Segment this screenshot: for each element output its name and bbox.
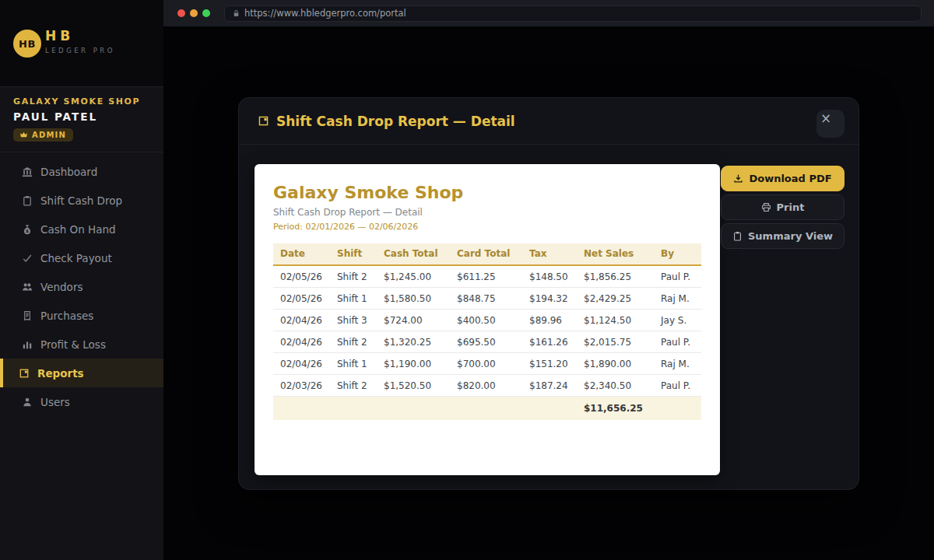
column-header: Net Sales: [577, 243, 654, 265]
cell-tax: $89.96: [522, 310, 577, 331]
printer-icon: [761, 202, 771, 212]
report-detail-modal: Shift Cash Drop Report — Detail × Galaxy…: [238, 97, 859, 490]
cell-net-sales: $1,124.50: [577, 310, 654, 331]
window-controls: [177, 9, 210, 17]
cell-tax: $194.32: [522, 288, 577, 310]
download-icon: [733, 173, 743, 184]
window-close-button[interactable]: [177, 9, 185, 17]
close-icon: ×: [820, 110, 831, 126]
summary-view-label: Summary View: [748, 230, 833, 242]
report-table: Date Shift Cash Total Card Total Tax Net…: [273, 243, 701, 420]
cell-card-total: $695.50: [450, 331, 522, 353]
cell-date: 02/05/26: [273, 265, 330, 288]
brand-name: HB: [45, 28, 115, 44]
download-pdf-label: Download PDF: [749, 173, 831, 184]
cell-by: Paul P.: [654, 331, 701, 353]
cell-shift: Shift 2: [330, 331, 377, 353]
table-row: 02/04/26 Shift 3 $724.00 $400.50 $89.96 …: [273, 310, 701, 331]
cell-net-sales: $2,429.25: [577, 288, 654, 310]
check-icon: [22, 253, 33, 264]
window-minimize-button[interactable]: [190, 9, 198, 17]
receipt-icon: [22, 310, 33, 321]
report-actions: Download PDF Print Summary View: [721, 166, 844, 249]
total-row: $11,656.25: [273, 397, 701, 421]
modal-header: Shift Cash Drop Report — Detail ×: [239, 98, 859, 145]
modal-title: Shift Cash Drop Report — Detail: [276, 114, 515, 129]
print-label: Print: [777, 201, 805, 213]
cell-net-sales: $2,340.50: [577, 375, 654, 397]
sidebar-item-label: Profit & Loss: [40, 338, 106, 351]
cell-date: 02/04/26: [273, 353, 330, 375]
column-header: Cash Total: [377, 243, 450, 265]
sidebar-item-check-payout[interactable]: Check Payout: [0, 243, 163, 272]
cell-by: Raj M.: [654, 353, 701, 375]
cell-card-total: $848.75: [450, 288, 522, 310]
address-bar[interactable]: https://www.hbledgerpro.com/portal: [224, 5, 922, 22]
cell-card-total: $700.00: [450, 353, 522, 375]
sidebar-item-label: Vendors: [40, 281, 83, 293]
cell-tax: $151.20: [522, 353, 577, 375]
sidebar-item-label: Shift Cash Drop: [40, 194, 122, 207]
cell-net-sales: $1,890.00: [577, 353, 654, 375]
table-row: 02/05/26 Shift 1 $1,580.50 $848.75 $194.…: [273, 288, 701, 310]
cell-by: Jay S.: [654, 310, 701, 331]
table-row: 02/04/26 Shift 2 $1,320.25 $695.50 $161.…: [273, 331, 701, 353]
bank-icon: [22, 166, 33, 177]
sidebar-item-reports[interactable]: Reports: [0, 359, 163, 387]
cell-cash-total: $1,520.50: [377, 375, 450, 397]
cell-cash-total: $1,580.50: [377, 288, 450, 310]
window-maximize-button[interactable]: [202, 9, 210, 17]
crown-icon: [19, 131, 28, 138]
sidebar-item-profit-loss[interactable]: Profit & Loss: [0, 330, 163, 359]
sidebar: HB HB LEDGER PRO GALAXY SMOKE SHOP PAUL …: [0, 0, 163, 560]
url-text: https://www.hbledgerpro.com/portal: [244, 8, 406, 19]
sidebar-item-vendors[interactable]: Vendors: [0, 272, 163, 301]
app-window: HB HB LEDGER PRO GALAXY SMOKE SHOP PAUL …: [0, 0, 934, 560]
sidebar-nav: Dashboard Shift Cash Drop $ Cash On Hand…: [0, 152, 163, 416]
grand-total-value: $11,656.25: [577, 397, 654, 421]
cell-by: Raj M.: [654, 288, 701, 310]
person-icon: [22, 397, 33, 408]
bar-chart-icon: [22, 339, 33, 350]
cell-tax: $161.26: [522, 331, 577, 353]
clipboard-icon: [732, 231, 743, 241]
print-button[interactable]: Print: [721, 194, 844, 220]
cell-shift: Shift 2: [330, 265, 377, 288]
close-button[interactable]: ×: [816, 110, 844, 138]
sidebar-item-purchases[interactable]: Purchases: [0, 301, 163, 330]
report-period: Period: 02/01/2026 — 02/06/2026: [273, 222, 701, 232]
report-icon: [19, 368, 30, 379]
brand-subtitle: LEDGER PRO: [45, 47, 115, 54]
sidebar-item-label: Purchases: [40, 310, 93, 322]
cell-tax: $148.50: [522, 265, 577, 288]
cell-card-total: $820.00: [450, 375, 522, 397]
cell-shift: Shift 1: [330, 353, 377, 375]
lock-icon: [233, 9, 240, 17]
column-header: Date: [273, 243, 330, 265]
user-name: PAUL PATEL: [13, 110, 151, 123]
report-company-title: Galaxy Smoke Shop: [273, 183, 701, 202]
sidebar-item-label: Check Payout: [40, 252, 112, 264]
sidebar-item-shift-cash-drop[interactable]: Shift Cash Drop: [0, 186, 163, 215]
cell-by: Paul P.: [654, 265, 701, 288]
sidebar-item-dashboard[interactable]: Dashboard: [0, 157, 163, 186]
sidebar-item-users[interactable]: Users: [0, 387, 163, 416]
role-badge-label: ADMIN: [32, 131, 66, 139]
sidebar-item-label: Dashboard: [40, 166, 97, 178]
summary-view-button[interactable]: Summary View: [721, 223, 844, 249]
cell-cash-total: $724.00: [377, 310, 450, 331]
sidebar-item-label: Users: [40, 396, 70, 408]
cell-net-sales: $1,856.25: [577, 265, 654, 288]
report-table-header: Date Shift Cash Total Card Total Tax Net…: [273, 243, 701, 265]
cell-by: Paul P.: [654, 375, 701, 397]
modal-title-row: Shift Cash Drop Report — Detail: [258, 114, 515, 129]
download-pdf-button[interactable]: Download PDF: [721, 166, 844, 191]
shop-name: GALAXY SMOKE SHOP: [13, 96, 151, 107]
cell-card-total: $611.25: [450, 265, 522, 288]
table-row: 02/04/26 Shift 1 $1,190.00 $700.00 $151.…: [273, 353, 701, 375]
browser-chrome: https://www.hbledgerpro.com/portal: [163, 0, 934, 26]
column-header: Tax: [522, 243, 577, 265]
money-bag-icon: $: [22, 224, 33, 235]
sidebar-item-cash-on-hand[interactable]: $ Cash On Hand: [0, 215, 163, 243]
brand-logo: HB HB LEDGER PRO: [0, 0, 163, 87]
